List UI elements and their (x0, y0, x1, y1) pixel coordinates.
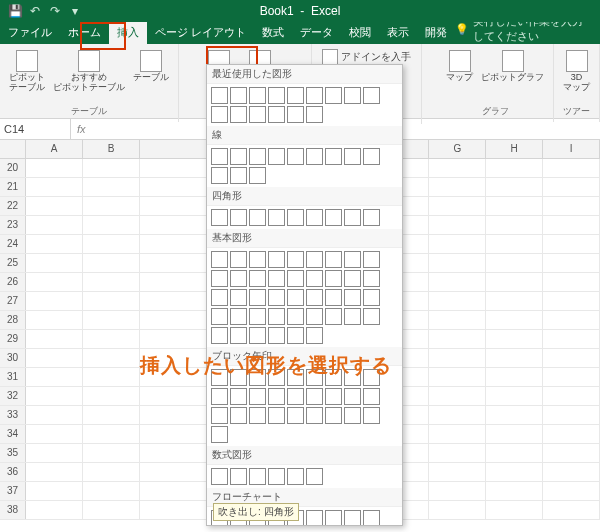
row-header[interactable]: 35 (0, 444, 26, 462)
row-header[interactable]: 37 (0, 482, 26, 500)
row-header[interactable]: 38 (0, 501, 26, 519)
row-header[interactable]: 26 (0, 273, 26, 291)
col-header[interactable]: B (83, 140, 140, 158)
shape-item[interactable] (363, 407, 380, 424)
row-header[interactable]: 21 (0, 178, 26, 196)
shape-item[interactable] (325, 289, 342, 306)
shape-item[interactable] (363, 308, 380, 325)
shape-item[interactable] (287, 327, 304, 344)
shape-item[interactable] (211, 426, 228, 443)
shape-item[interactable] (211, 388, 228, 405)
tab-数式[interactable]: 数式 (254, 21, 292, 44)
shape-item[interactable] (287, 468, 304, 485)
tab-ファイル[interactable]: ファイル (0, 21, 60, 44)
shape-item[interactable] (249, 407, 266, 424)
shape-item[interactable] (249, 167, 266, 184)
shape-item[interactable] (249, 388, 266, 405)
row-header[interactable]: 31 (0, 368, 26, 386)
ribbon-button[interactable]: テーブル (130, 48, 172, 85)
shape-item[interactable] (306, 106, 323, 123)
tab-ホーム[interactable]: ホーム (60, 21, 109, 44)
shape-item[interactable] (211, 209, 228, 226)
ribbon-button[interactable]: おすすめピボットテーブル (50, 48, 128, 95)
shape-item[interactable] (249, 327, 266, 344)
shape-item[interactable] (287, 148, 304, 165)
shape-item[interactable] (268, 468, 285, 485)
shape-item[interactable] (325, 270, 342, 287)
row-header[interactable]: 34 (0, 425, 26, 443)
shape-item[interactable] (211, 87, 228, 104)
shape-item[interactable] (306, 87, 323, 104)
shape-item[interactable] (363, 510, 380, 526)
shape-item[interactable] (344, 251, 361, 268)
row-header[interactable]: 36 (0, 463, 26, 481)
row-header[interactable]: 22 (0, 197, 26, 215)
shape-item[interactable] (325, 407, 342, 424)
row-header[interactable]: 20 (0, 159, 26, 177)
shape-item[interactable] (306, 407, 323, 424)
row-header[interactable]: 32 (0, 387, 26, 405)
shape-item[interactable] (230, 468, 247, 485)
shape-item[interactable] (211, 251, 228, 268)
ribbon-button[interactable]: ピボットグラフ (478, 48, 547, 85)
shape-item[interactable] (211, 148, 228, 165)
ribbon-button[interactable]: マップ (443, 48, 476, 85)
shape-item[interactable] (211, 289, 228, 306)
shape-item[interactable] (249, 106, 266, 123)
shape-item[interactable] (211, 106, 228, 123)
shape-item[interactable] (268, 327, 285, 344)
shape-item[interactable] (344, 209, 361, 226)
shape-item[interactable] (230, 167, 247, 184)
shape-item[interactable] (306, 289, 323, 306)
shape-item[interactable] (230, 407, 247, 424)
shape-item[interactable] (306, 148, 323, 165)
shape-item[interactable] (363, 209, 380, 226)
shape-item[interactable] (268, 270, 285, 287)
shape-item[interactable] (363, 388, 380, 405)
tab-挿入[interactable]: 挿入 (109, 21, 147, 44)
shape-item[interactable] (249, 270, 266, 287)
shape-item[interactable] (287, 407, 304, 424)
shape-item[interactable] (268, 308, 285, 325)
shape-item[interactable] (268, 106, 285, 123)
shape-item[interactable] (249, 209, 266, 226)
redo-icon[interactable]: ↷ (48, 4, 62, 18)
col-header[interactable]: A (26, 140, 83, 158)
row-header[interactable]: 28 (0, 311, 26, 329)
shape-item[interactable] (268, 289, 285, 306)
shape-item[interactable] (344, 308, 361, 325)
shape-item[interactable] (211, 327, 228, 344)
shape-item[interactable] (344, 407, 361, 424)
select-all[interactable] (0, 140, 26, 158)
shape-item[interactable] (363, 289, 380, 306)
shape-item[interactable] (287, 106, 304, 123)
shape-item[interactable] (344, 270, 361, 287)
shape-item[interactable] (325, 251, 342, 268)
shape-item[interactable] (287, 209, 304, 226)
tab-表示[interactable]: 表示 (379, 21, 417, 44)
shape-item[interactable] (306, 308, 323, 325)
shape-item[interactable] (268, 407, 285, 424)
ribbon-button[interactable]: 3Dマップ (560, 48, 593, 95)
shape-item[interactable] (211, 167, 228, 184)
shape-item[interactable] (325, 510, 342, 526)
shape-item[interactable] (306, 510, 323, 526)
col-header[interactable]: H (486, 140, 543, 158)
shape-item[interactable] (306, 209, 323, 226)
shape-item[interactable] (230, 270, 247, 287)
shape-item[interactable] (230, 87, 247, 104)
shape-item[interactable] (211, 308, 228, 325)
shape-item[interactable] (344, 388, 361, 405)
row-header[interactable]: 33 (0, 406, 26, 424)
shape-item[interactable] (249, 289, 266, 306)
tab-校閲[interactable]: 校閲 (341, 21, 379, 44)
shape-item[interactable] (306, 251, 323, 268)
undo-icon[interactable]: ↶ (28, 4, 42, 18)
shape-item[interactable] (268, 388, 285, 405)
shape-item[interactable] (287, 87, 304, 104)
shape-item[interactable] (230, 209, 247, 226)
shape-item[interactable] (230, 327, 247, 344)
shape-item[interactable] (268, 251, 285, 268)
shape-item[interactable] (363, 251, 380, 268)
shape-item[interactable] (344, 289, 361, 306)
